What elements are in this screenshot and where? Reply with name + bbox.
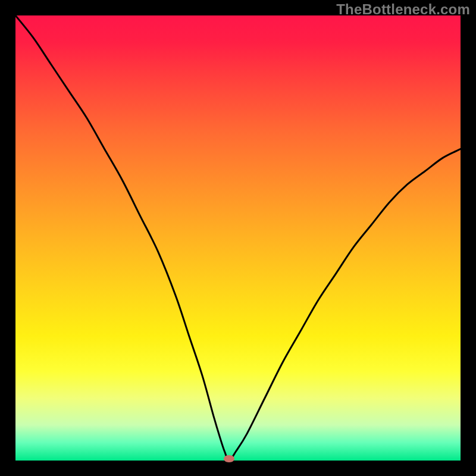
chart-frame: TheBottleneck.com: [0, 0, 476, 476]
plot-area: [15, 15, 461, 461]
optimum-marker: [224, 455, 234, 462]
bottleneck-curve: [15, 15, 461, 461]
